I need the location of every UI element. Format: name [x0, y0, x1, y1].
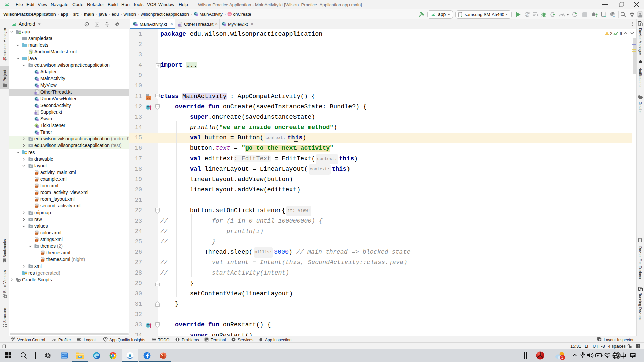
- svg-text:MF: MF: [29, 52, 32, 54]
- svg-text:<>: <>: [41, 259, 44, 262]
- svg-text:<>: <>: [35, 186, 38, 188]
- svg-text:<>: <>: [35, 179, 38, 182]
- svg-text:<>: <>: [147, 97, 150, 100]
- svg-text:<>: <>: [35, 233, 38, 235]
- svg-text:P: P: [161, 354, 163, 358]
- svg-text:m: m: [228, 13, 231, 16]
- svg-text:<>: <>: [35, 172, 38, 175]
- svg-text:<>: <>: [41, 253, 44, 255]
- svg-text:<>: <>: [35, 192, 38, 195]
- svg-text:<>: <>: [35, 199, 38, 202]
- svg-text:<>: <>: [35, 206, 38, 208]
- svg-text:C: C: [526, 13, 528, 16]
- svg-text:<>: <>: [35, 239, 38, 242]
